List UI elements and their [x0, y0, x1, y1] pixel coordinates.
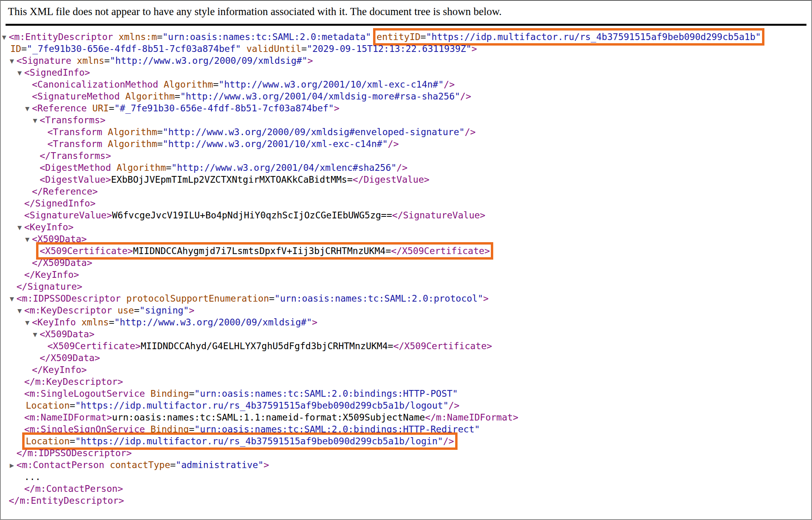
xml-token-eq: =	[157, 32, 163, 42]
xml-token-val: "http://www.w3.org/2000/09/xmldsig#"	[114, 317, 312, 327]
xml-token-tag: </Transforms>	[40, 151, 111, 161]
xml-token-val: "2029-09-15T12:13:22.6311939Z"	[307, 44, 471, 54]
xml-line: <Transform Algorithm="http://www.w3.org/…	[1, 126, 811, 138]
xml-line: <SignatureMethod Algorithm="http://www.w…	[1, 90, 811, 102]
xml-token-eq: =	[175, 91, 180, 101]
xml-token-eq: =	[70, 436, 75, 446]
xml-token-tag: <X509Data>	[32, 234, 87, 244]
xml-token-attr: Binding	[151, 388, 189, 399]
xml-token-val: "urn:oasis:names:tc:SAML:2.0:bindings:HT…	[194, 424, 480, 434]
xml-line: ▼<KeyInfo xmlns="http://www.w3.org/2000/…	[1, 316, 811, 328]
xml-token-tag: <Reference	[32, 103, 92, 113]
xml-line: <m:SingleSignOnService Binding="urn:oasi…	[1, 423, 811, 435]
xml-token-tag: <SignatureMethod	[32, 91, 125, 101]
xml-token-tag: </KeyInfo>	[24, 270, 79, 280]
xml-token-val: "https://idp.multifactor.ru/rs_4b3759151…	[426, 32, 761, 42]
xml-token-tag: </SignedInfo>	[24, 198, 96, 208]
xml-token-eq: =	[269, 293, 274, 304]
xml-line: ▼<SignedInfo>	[1, 67, 811, 78]
xml-token-attr: Algorithm	[117, 162, 166, 173]
expand-arrow-icon[interactable]: ▼	[33, 115, 40, 126]
xml-token-attr: Algorithm	[108, 139, 157, 149]
xml-token-eq: =	[189, 424, 194, 434]
collapse-arrow-icon[interactable]: ▶	[10, 459, 17, 471]
xml-token-eq: =	[157, 139, 163, 149]
xml-token-attr: use	[117, 305, 134, 315]
xml-token-tag: <X509Certificate>	[48, 341, 141, 351]
highlight-annotation-box: Location="https://idp.multifactor.ru/rs_…	[26, 436, 454, 446]
xml-line: ID="_7fe91b30-656e-4fdf-8b51-7cf03a874be…	[1, 43, 811, 55]
xml-line: ▶<m:ContactPerson contactType="administr…	[1, 459, 811, 471]
xml-token-eq: =	[170, 460, 176, 470]
expand-arrow-icon[interactable]: ▼	[17, 222, 24, 233]
xml-token-tag: <Transform	[48, 127, 108, 137]
xml-token-tag: <m:EntityDescriptor	[9, 32, 119, 42]
xml-line: <X509Certificate>MIIDNDCCAhyd/G4ELHLYX7g…	[1, 340, 811, 352]
xml-token-val: "#_7fe91b30-656e-4fdf-8b51-7cf03a874bef"	[114, 103, 334, 113]
expand-arrow-icon[interactable]: ▼	[25, 103, 32, 115]
xml-token-val: "http://www.w3.org/2000/09/xmldsig#envel…	[163, 127, 465, 137]
xml-line: </m:ContactPerson>	[1, 483, 811, 495]
xml-line: <X509Certificate>MIIDNDCCAhygmjd7i7Lsmts…	[1, 245, 811, 257]
xml-token-tag: </m:IDPSSODescriptor>	[17, 448, 132, 458]
xml-token-tag: <DigestMethod	[40, 162, 117, 173]
xml-token-attr: validUntil	[246, 44, 301, 54]
xml-line: </X509Data>	[1, 352, 811, 364]
xml-line: ▼<Reference URI="#_7fe91b30-656e-4fdf-8b…	[1, 102, 811, 114]
xml-line: <CanonicalizationMethod Algorithm="http:…	[1, 78, 811, 90]
xml-token-attr: Algorithm	[108, 127, 157, 137]
xml-token-tag: >	[471, 44, 477, 54]
xml-token-tag: <m:IDPSSODescriptor	[17, 293, 126, 304]
xml-token-text: ...	[24, 472, 41, 482]
xml-token-tag: />	[448, 400, 460, 411]
xml-token-tag: />	[388, 139, 399, 149]
xml-line: Location="https://idp.multifactor.ru/rs_…	[1, 435, 811, 447]
expand-arrow-icon[interactable]: ▼	[17, 67, 24, 79]
xml-line: </Reference>	[1, 185, 811, 197]
xml-line: ...	[1, 471, 811, 483]
xml-line: ▼<Transforms>	[1, 114, 811, 126]
xml-line: ▼<KeyInfo>	[1, 221, 811, 233]
expand-arrow-icon[interactable]: ▼	[17, 305, 24, 317]
highlight-annotation-box: <X509Certificate>MIIDNDCCAhygmjd7i7Lsmts…	[40, 246, 490, 256]
xml-token-eq: =	[109, 317, 114, 327]
xml-line: </Transforms>	[1, 150, 811, 162]
xml-token-tag: />	[443, 436, 454, 446]
highlight-annotation-box: entityID="https://idp.multifactor.ru/rs_…	[377, 32, 761, 42]
xml-token-tag: <m:KeyDescriptor	[24, 305, 117, 315]
xml-token-val: "http://www.w3.org/2001/04/xmldsig-more#…	[180, 91, 460, 101]
xml-token-eq: =	[189, 388, 194, 399]
xml-token-tag: <m:NameIDFormat>	[24, 412, 112, 422]
xml-line: <SignatureValue>W6fvcgeJvcV19ILU+Bo4pNdj…	[1, 209, 811, 221]
expand-arrow-icon[interactable]: ▼	[25, 317, 32, 329]
xml-token-tag: </m:KeyDescriptor>	[24, 377, 123, 387]
xml-token-tag: </SignatureValue>	[392, 210, 485, 220]
xml-token-tag: <Signature	[17, 55, 77, 66]
xml-token-val: "https://idp.multifactor.ru/rs_4b3759151…	[75, 436, 443, 446]
expand-arrow-icon[interactable]: ▼	[25, 233, 32, 245]
browser-xml-viewer: This XML file does not appear to have an…	[0, 0, 812, 520]
xml-token-text: MIIDNDCCAhyd/G4ELHLYX7ghU5dFgfd3bjCRHTMn…	[141, 341, 393, 351]
xml-token-val: "http://www.w3.org/2001/10/xml-exc-c14n#…	[163, 139, 388, 149]
expand-arrow-icon[interactable]: ▼	[2, 31, 9, 43]
xml-line: </SignedInfo>	[1, 197, 811, 209]
xml-line: <DigestValue>EXbBOjJVEpmTImLp2VZCTXNtgir…	[1, 174, 811, 185]
xml-token-tag: <SignedInfo>	[24, 67, 90, 78]
xml-token-val: "https://idp.multifactor.ru/rs_4b3759151…	[75, 400, 449, 411]
xml-token-eq: =	[301, 44, 307, 54]
xml-line: </X509Data>	[1, 257, 811, 269]
xml-line: </KeyInfo>	[1, 364, 811, 376]
xml-token-attr: contactType	[110, 460, 170, 470]
xml-token-tag: >	[312, 317, 318, 327]
expand-arrow-icon[interactable]: ▼	[10, 55, 17, 67]
xml-token-eq: =	[213, 79, 218, 90]
expand-arrow-icon[interactable]: ▼	[10, 293, 17, 305]
expand-arrow-icon[interactable]: ▼	[33, 329, 40, 340]
xml-token-tag: <CanonicalizationMethod	[32, 79, 164, 90]
xml-token-tag: </X509Certificate>	[393, 341, 492, 351]
xml-token-tag: />	[396, 162, 408, 173]
xml-token-tag: >	[264, 460, 269, 470]
xml-token-tag: <SignatureValue>	[24, 210, 112, 220]
xml-token-tag: </m:EntityDescriptor>	[9, 495, 124, 506]
xml-token-val: "_7fe91b30-656e-4fdf-8b51-7cf03a874bef"	[27, 44, 247, 54]
